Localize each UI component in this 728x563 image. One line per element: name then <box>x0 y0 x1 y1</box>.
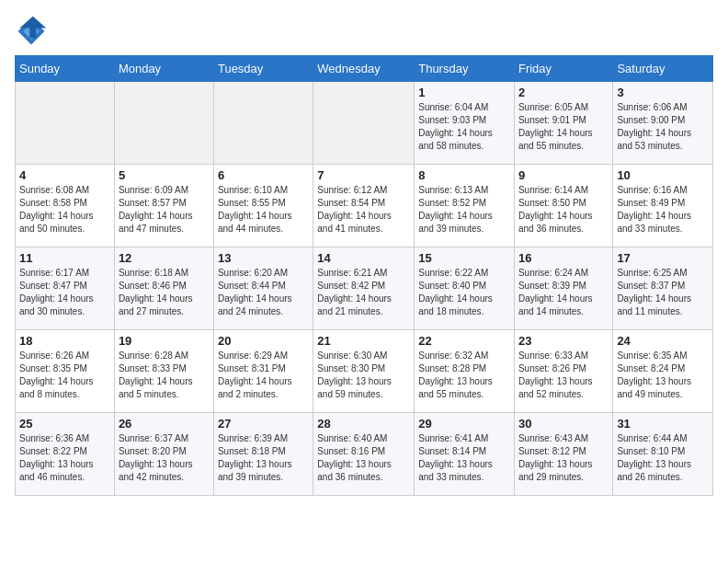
calendar-cell: 15Sunrise: 6:22 AM Sunset: 8:40 PM Dayli… <box>415 247 515 330</box>
day-info: Sunrise: 6:16 AM Sunset: 8:49 PM Dayligh… <box>617 184 709 236</box>
day-info: Sunrise: 6:21 AM Sunset: 8:42 PM Dayligh… <box>317 267 410 318</box>
day-info: Sunrise: 6:05 AM Sunset: 9:01 PM Dayligh… <box>518 101 609 153</box>
day-number: 28 <box>317 417 410 431</box>
day-info: Sunrise: 6:29 AM Sunset: 8:31 PM Dayligh… <box>218 350 309 401</box>
page-header <box>15 15 713 48</box>
day-header-monday: Monday <box>114 56 213 82</box>
calendar-cell: 26Sunrise: 6:37 AM Sunset: 8:20 PM Dayli… <box>114 413 213 496</box>
calendar-cell: 28Sunrise: 6:40 AM Sunset: 8:16 PM Dayli… <box>313 413 415 496</box>
calendar-cell: 17Sunrise: 6:25 AM Sunset: 8:37 PM Dayli… <box>613 247 713 330</box>
day-number: 17 <box>617 251 709 265</box>
calendar-cell <box>313 82 415 165</box>
day-header-thursday: Thursday <box>415 56 515 82</box>
calendar-cell: 6Sunrise: 6:10 AM Sunset: 8:55 PM Daylig… <box>213 165 313 247</box>
day-number: 15 <box>418 251 510 265</box>
calendar-cell: 31Sunrise: 6:44 AM Sunset: 8:10 PM Dayli… <box>613 413 713 496</box>
calendar-cell: 23Sunrise: 6:33 AM Sunset: 8:26 PM Dayli… <box>514 330 612 413</box>
calendar-cell: 21Sunrise: 6:30 AM Sunset: 8:30 PM Dayli… <box>313 330 415 413</box>
calendar-cell: 29Sunrise: 6:41 AM Sunset: 8:14 PM Dayli… <box>415 413 515 496</box>
calendar-cell: 18Sunrise: 6:26 AM Sunset: 8:35 PM Dayli… <box>16 330 115 413</box>
day-info: Sunrise: 6:40 AM Sunset: 8:16 PM Dayligh… <box>317 432 410 484</box>
calendar-cell: 25Sunrise: 6:36 AM Sunset: 8:22 PM Dayli… <box>16 413 115 496</box>
day-info: Sunrise: 6:26 AM Sunset: 8:35 PM Dayligh… <box>19 350 110 401</box>
day-info: Sunrise: 6:06 AM Sunset: 9:00 PM Dayligh… <box>617 101 709 153</box>
calendar-cell: 20Sunrise: 6:29 AM Sunset: 8:31 PM Dayli… <box>213 330 313 413</box>
day-info: Sunrise: 6:08 AM Sunset: 8:58 PM Dayligh… <box>19 184 110 236</box>
calendar-table: SundayMondayTuesdayWednesdayThursdayFrid… <box>15 55 713 496</box>
day-info: Sunrise: 6:10 AM Sunset: 8:55 PM Dayligh… <box>218 184 309 236</box>
day-number: 9 <box>518 168 609 182</box>
day-info: Sunrise: 6:37 AM Sunset: 8:20 PM Dayligh… <box>119 432 210 484</box>
calendar-week-row: 4Sunrise: 6:08 AM Sunset: 8:58 PM Daylig… <box>16 165 713 247</box>
day-info: Sunrise: 6:28 AM Sunset: 8:33 PM Dayligh… <box>119 350 210 401</box>
calendar-cell: 4Sunrise: 6:08 AM Sunset: 8:58 PM Daylig… <box>16 165 115 247</box>
calendar-cell: 22Sunrise: 6:32 AM Sunset: 8:28 PM Dayli… <box>415 330 515 413</box>
calendar-cell: 2Sunrise: 6:05 AM Sunset: 9:01 PM Daylig… <box>514 82 612 165</box>
day-info: Sunrise: 6:32 AM Sunset: 8:28 PM Dayligh… <box>418 350 510 401</box>
day-info: Sunrise: 6:14 AM Sunset: 8:50 PM Dayligh… <box>518 184 609 236</box>
day-info: Sunrise: 6:17 AM Sunset: 8:47 PM Dayligh… <box>19 267 110 318</box>
day-number: 18 <box>19 334 110 348</box>
day-header-saturday: Saturday <box>613 56 713 82</box>
calendar-week-row: 1Sunrise: 6:04 AM Sunset: 9:03 PM Daylig… <box>16 82 713 165</box>
day-number: 16 <box>518 251 609 265</box>
day-number: 19 <box>119 334 210 348</box>
calendar-cell <box>114 82 213 165</box>
calendar-cell <box>16 82 115 165</box>
day-number: 10 <box>617 168 709 182</box>
day-info: Sunrise: 6:04 AM Sunset: 9:03 PM Dayligh… <box>418 101 510 153</box>
day-header-wednesday: Wednesday <box>313 56 415 82</box>
day-number: 25 <box>19 417 110 431</box>
day-info: Sunrise: 6:41 AM Sunset: 8:14 PM Dayligh… <box>418 432 510 484</box>
calendar-cell: 27Sunrise: 6:39 AM Sunset: 8:18 PM Dayli… <box>213 413 313 496</box>
day-number: 24 <box>617 334 709 348</box>
day-info: Sunrise: 6:44 AM Sunset: 8:10 PM Dayligh… <box>617 432 709 484</box>
day-number: 8 <box>418 168 510 182</box>
day-info: Sunrise: 6:33 AM Sunset: 8:26 PM Dayligh… <box>518 350 609 401</box>
day-number: 20 <box>218 334 309 348</box>
logo-icon <box>15 15 48 48</box>
day-info: Sunrise: 6:39 AM Sunset: 8:18 PM Dayligh… <box>218 432 309 484</box>
day-info: Sunrise: 6:35 AM Sunset: 8:24 PM Dayligh… <box>617 350 709 401</box>
day-info: Sunrise: 6:12 AM Sunset: 8:54 PM Dayligh… <box>317 184 410 236</box>
day-number: 2 <box>518 86 609 99</box>
calendar-cell: 7Sunrise: 6:12 AM Sunset: 8:54 PM Daylig… <box>313 165 415 247</box>
day-info: Sunrise: 6:24 AM Sunset: 8:39 PM Dayligh… <box>518 267 609 318</box>
calendar-week-row: 11Sunrise: 6:17 AM Sunset: 8:47 PM Dayli… <box>16 247 713 330</box>
calendar-week-row: 18Sunrise: 6:26 AM Sunset: 8:35 PM Dayli… <box>16 330 713 413</box>
day-number: 21 <box>317 334 410 348</box>
day-number: 1 <box>418 86 510 99</box>
day-info: Sunrise: 6:13 AM Sunset: 8:52 PM Dayligh… <box>418 184 510 236</box>
day-number: 26 <box>119 417 210 431</box>
calendar-cell: 8Sunrise: 6:13 AM Sunset: 8:52 PM Daylig… <box>415 165 515 247</box>
day-number: 7 <box>317 168 410 182</box>
calendar-cell: 19Sunrise: 6:28 AM Sunset: 8:33 PM Dayli… <box>114 330 213 413</box>
calendar-cell: 10Sunrise: 6:16 AM Sunset: 8:49 PM Dayli… <box>613 165 713 247</box>
calendar-week-row: 25Sunrise: 6:36 AM Sunset: 8:22 PM Dayli… <box>16 413 713 496</box>
day-info: Sunrise: 6:30 AM Sunset: 8:30 PM Dayligh… <box>317 350 410 401</box>
calendar-cell: 1Sunrise: 6:04 AM Sunset: 9:03 PM Daylig… <box>415 82 515 165</box>
calendar-cell: 11Sunrise: 6:17 AM Sunset: 8:47 PM Dayli… <box>16 247 115 330</box>
day-number: 31 <box>617 417 709 431</box>
day-info: Sunrise: 6:36 AM Sunset: 8:22 PM Dayligh… <box>19 432 110 484</box>
calendar-cell: 14Sunrise: 6:21 AM Sunset: 8:42 PM Dayli… <box>313 247 415 330</box>
calendar-cell <box>213 82 313 165</box>
day-header-friday: Friday <box>514 56 612 82</box>
day-number: 4 <box>19 168 110 182</box>
calendar-cell: 16Sunrise: 6:24 AM Sunset: 8:39 PM Dayli… <box>514 247 612 330</box>
day-number: 23 <box>518 334 609 348</box>
calendar-cell: 5Sunrise: 6:09 AM Sunset: 8:57 PM Daylig… <box>114 165 213 247</box>
day-number: 22 <box>418 334 510 348</box>
calendar-cell: 13Sunrise: 6:20 AM Sunset: 8:44 PM Dayli… <box>213 247 313 330</box>
day-number: 27 <box>218 417 309 431</box>
calendar-header-row: SundayMondayTuesdayWednesdayThursdayFrid… <box>16 56 713 82</box>
calendar-cell: 30Sunrise: 6:43 AM Sunset: 8:12 PM Dayli… <box>514 413 612 496</box>
calendar-cell: 9Sunrise: 6:14 AM Sunset: 8:50 PM Daylig… <box>514 165 612 247</box>
day-number: 30 <box>518 417 609 431</box>
calendar-cell: 12Sunrise: 6:18 AM Sunset: 8:46 PM Dayli… <box>114 247 213 330</box>
day-info: Sunrise: 6:43 AM Sunset: 8:12 PM Dayligh… <box>518 432 609 484</box>
day-number: 13 <box>218 251 309 265</box>
day-info: Sunrise: 6:20 AM Sunset: 8:44 PM Dayligh… <box>218 267 309 318</box>
day-number: 3 <box>617 86 709 99</box>
day-info: Sunrise: 6:22 AM Sunset: 8:40 PM Dayligh… <box>418 267 510 318</box>
